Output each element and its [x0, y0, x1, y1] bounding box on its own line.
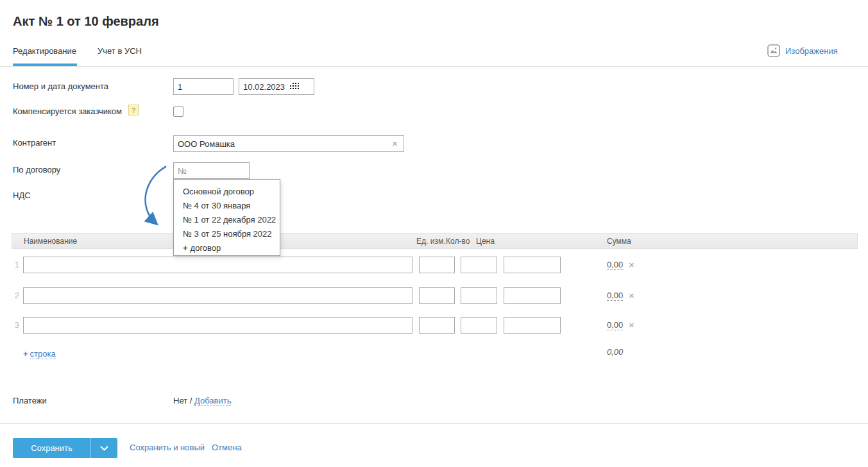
chevron-down-icon: [100, 446, 108, 451]
save-button[interactable]: Сохранить: [13, 438, 90, 458]
dropdown-item-contract-4[interactable]: № 4 от 30 января: [174, 196, 280, 210]
tab-usn[interactable]: Учет в УСН: [98, 46, 142, 56]
images-link-label: Изображения: [785, 46, 838, 56]
item-name-input-3[interactable]: [23, 317, 413, 334]
column-header-unit: Ед. изм.: [416, 237, 445, 246]
table-header: Наименование Ед. изм. Кол-во Цена Сумма: [12, 233, 858, 249]
counterparty-label: Контрагент: [13, 138, 56, 148]
plus-icon: +: [183, 243, 188, 253]
plus-icon: +: [23, 349, 28, 359]
contract-dropdown: Основной договор № 4 от 30 января № 1 от…: [173, 179, 280, 256]
column-header-sum: Сумма: [607, 237, 631, 246]
counterparty-input[interactable]: [173, 135, 404, 152]
clear-counterparty-icon[interactable]: ×: [392, 139, 398, 149]
item-price-input-2[interactable]: [504, 287, 561, 304]
image-icon: [767, 44, 780, 57]
cancel-link[interactable]: Отмена: [212, 443, 242, 452]
delete-row-icon[interactable]: ×: [629, 290, 634, 301]
payments-label: Платежи: [13, 396, 47, 405]
compensated-checkbox[interactable]: [173, 106, 183, 117]
item-qty-input-2[interactable]: [461, 287, 497, 304]
add-payment-link[interactable]: Добавить: [194, 396, 231, 406]
dropdown-item-contract-1[interactable]: № 1 от 22 декабря 2022: [174, 210, 280, 225]
delete-row-icon[interactable]: ×: [629, 319, 634, 330]
payments-value: Нет / Добавить: [173, 396, 231, 405]
help-icon[interactable]: ?: [128, 105, 139, 115]
tab-editing[interactable]: Редактирование: [13, 46, 76, 56]
item-unit-input-1[interactable]: [419, 257, 455, 273]
contract-label: По договору: [13, 165, 60, 174]
column-header-name: Наименование: [24, 237, 77, 246]
item-name-input-2[interactable]: [23, 287, 413, 304]
item-unit-input-3[interactable]: [419, 317, 455, 334]
row-sum-link[interactable]: 0,00: [607, 260, 623, 270]
item-price-input-1[interactable]: [504, 257, 561, 273]
item-qty-input-1[interactable]: [461, 257, 497, 273]
payments-status: Нет /: [173, 396, 194, 405]
item-price-input-3[interactable]: [504, 317, 561, 334]
images-button[interactable]: Изображения: [767, 44, 838, 57]
annotation-arrow: [136, 162, 174, 232]
vat-label: НДС: [13, 191, 31, 200]
row-sum-link[interactable]: 0,00: [607, 320, 623, 330]
number-date-label: Номер и дата документа: [13, 81, 108, 91]
header-divider: [0, 66, 868, 67]
save-dropdown-button[interactable]: [90, 438, 117, 458]
row-number: 2: [10, 291, 19, 300]
act-edit-page: Акт № 1 от 10 февраля Редактирование Уче…: [0, 0, 868, 467]
footer-divider: [0, 423, 868, 424]
page-title: Акт № 1 от 10 февраля: [13, 14, 159, 29]
dropdown-item-contract-3[interactable]: № 3 от 25 ноября 2022: [174, 225, 280, 239]
add-contract-label: договор: [191, 243, 221, 253]
item-name-input-1[interactable]: [23, 257, 413, 273]
item-unit-input-2[interactable]: [419, 287, 455, 304]
row-sum-link[interactable]: 0,00: [607, 291, 623, 301]
delete-row-icon[interactable]: ×: [629, 259, 634, 270]
add-row-label: строка: [30, 349, 56, 359]
calendar-icon[interactable]: [290, 83, 299, 90]
dropdown-item-main-contract[interactable]: Основной договор: [174, 182, 280, 196]
contract-input[interactable]: [173, 162, 250, 179]
save-split-button: Сохранить: [13, 438, 117, 458]
save-and-new-link[interactable]: Сохранить и новый: [130, 443, 205, 452]
table-total: 0,00: [607, 347, 623, 357]
add-row-button[interactable]: +строка: [23, 349, 56, 359]
column-header-qty: Кол-во: [446, 237, 470, 246]
row-number: 3: [10, 320, 19, 330]
column-header-price: Цена: [476, 237, 495, 246]
document-number-input[interactable]: [173, 78, 234, 95]
row-number: 1: [10, 260, 19, 269]
compensated-label: Компенсируется заказчиком: [13, 106, 122, 116]
item-qty-input-3[interactable]: [461, 317, 497, 334]
document-date-input[interactable]: [239, 78, 314, 95]
